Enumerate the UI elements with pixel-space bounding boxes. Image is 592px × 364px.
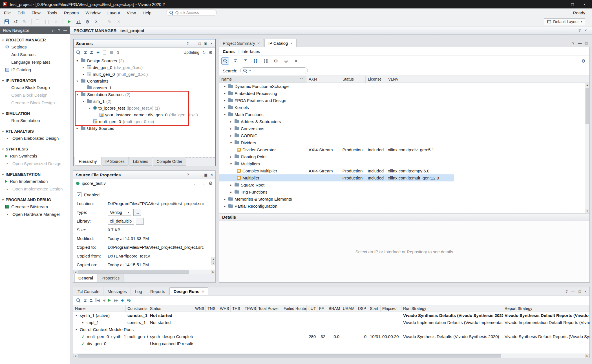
flow-item-open-block-design[interactable]: Open Block Design	[0, 91, 70, 99]
flow-item-run-implementation[interactable]: Run Implementation	[0, 177, 70, 185]
vertical-scrollbar[interactable]: ▲ ▼	[585, 83, 589, 213]
tab-compile-order[interactable]: Compile Order	[153, 157, 186, 166]
catalog-row[interactable]: ▸Trig Functions	[219, 188, 589, 196]
report-button[interactable]	[74, 18, 82, 25]
refresh-icon[interactable]: ↻	[202, 50, 206, 55]
scroll-up-icon[interactable]: ▲	[585, 83, 590, 87]
column-header-name[interactable]: Name	[73, 305, 126, 312]
search-icon[interactable]	[76, 298, 81, 303]
catalog-row[interactable]: ▸Embedded Processing	[219, 90, 589, 97]
column-header-bram[interactable]: BRAM	[327, 305, 341, 312]
run-group-out-of-context[interactable]: ▾Out-of-Context Module Runs	[73, 326, 589, 333]
quick-access-search[interactable]: Quick Access	[166, 10, 217, 16]
scroll-right-icon[interactable]: ▶	[211, 270, 215, 274]
section-header-ip-integrator[interactable]: ▾IP INTEGRATOR	[0, 77, 70, 84]
layout-selector[interactable]: Default Layout ▾	[544, 18, 585, 25]
expander-icon[interactable]: ▸	[223, 197, 227, 201]
close-tab-icon[interactable]: ×	[202, 289, 204, 294]
catalog-row-multiplier[interactable]: MultiplierProductionIncludedxilinx.com:i…	[219, 174, 589, 181]
expander-icon[interactable]: ▸	[229, 127, 233, 130]
copy-button[interactable]	[34, 18, 42, 25]
expander-icon[interactable]: ▾	[223, 113, 227, 116]
sources-panel-header[interactable]: Sources ? — □ ▣ ×	[74, 39, 215, 48]
menu-flow[interactable]: Flow	[32, 10, 41, 15]
chevron-right-icon[interactable]: ▸	[7, 137, 10, 140]
catalog-row[interactable]: ▸Floating Point	[219, 153, 589, 160]
gear-icon[interactable]: ⚙	[209, 50, 213, 55]
section-header-synthesis[interactable]: ▾SYNTHESIS	[0, 146, 70, 152]
close-tab-icon[interactable]: ×	[290, 41, 293, 45]
scroll-down-icon[interactable]: ▼	[211, 261, 215, 265]
horizontal-scrollbar[interactable]: ◀ ▶	[73, 270, 215, 274]
expand-all-icon[interactable]	[90, 51, 93, 54]
flow-item-open-synthesized-design[interactable]: ▸Open Synthesized Design	[0, 160, 70, 167]
column-header-status[interactable]: Status	[148, 305, 193, 312]
flow-item-open-implemented-design[interactable]: ▸Open Implemented Design	[0, 185, 70, 193]
menu-window[interactable]: Window	[85, 10, 100, 15]
expander-icon[interactable]: ▸	[229, 190, 233, 194]
expander-icon[interactable]: ▸	[223, 85, 227, 88]
minimize-icon[interactable]: —	[192, 173, 196, 177]
tree-row-simulation-sources[interactable]: ▾Simulation Sources(2)	[74, 91, 215, 98]
close-button[interactable]: ×	[583, 2, 586, 7]
paste-button[interactable]	[43, 18, 51, 25]
step-back-icon[interactable]: ◀	[103, 298, 105, 302]
column-header-start[interactable]: Start	[368, 305, 381, 312]
flow-item-settings[interactable]: ⚙Settings	[0, 43, 70, 51]
flow-item-open-elaborated-design[interactable]: ▸Open Elaborated Design	[0, 134, 70, 142]
launch-runs-icon[interactable]	[108, 299, 111, 302]
column-header-report-strategy[interactable]: Report Strategy	[503, 305, 589, 312]
float-icon[interactable]: □	[579, 289, 581, 294]
catalog-row[interactable]: ▸Dynamic Function eXchange	[219, 83, 589, 90]
help-icon[interactable]: ?	[572, 41, 574, 45]
expander-icon[interactable]: ▸	[81, 73, 85, 76]
type-browse-button[interactable]: …	[133, 209, 141, 216]
tab-messages[interactable]: Messages	[104, 287, 131, 295]
catalog-row[interactable]: ▸Square Root	[219, 181, 589, 188]
menu-tools[interactable]: Tools	[47, 10, 57, 15]
catalog-row-divider-generator[interactable]: Divider GeneratorAXI4-StreamProductionIn…	[219, 146, 589, 153]
expander-icon[interactable]: ▾	[75, 93, 79, 96]
gear-icon[interactable]: ⚙	[209, 181, 213, 186]
subtab-interfaces[interactable]: Interfaces	[241, 49, 260, 54]
tab-libraries[interactable]: Libraries	[129, 157, 152, 166]
maximize-icon[interactable]: ▣	[204, 173, 207, 177]
column-header-tns[interactable]: TNS	[206, 305, 218, 312]
expander-icon[interactable]: ▸	[223, 92, 227, 95]
close-icon[interactable]: ×	[585, 28, 587, 33]
column-header-lut[interactable]: LUT	[307, 305, 317, 312]
column-header-tpws[interactable]: TPWS	[243, 305, 257, 312]
column-header-constraints[interactable]: Constraints	[126, 305, 148, 312]
minimize-button[interactable]: —	[557, 2, 562, 7]
horizontal-scrollbar[interactable]: ◀ ▶	[73, 354, 589, 358]
expand-all-button[interactable]	[242, 57, 249, 65]
column-header-run-strategy[interactable]: Run Strategy	[401, 305, 503, 312]
run-row-synth-1[interactable]: ▾synth_1 (active) constrs_1 Not started …	[73, 312, 589, 319]
flow-item-create-block-design[interactable]: Create Block Design	[0, 84, 70, 91]
type-combobox[interactable]: Verilog▾	[108, 209, 131, 216]
column-header-status[interactable]: Status	[340, 76, 366, 83]
tree-row-tb-ipcore-test[interactable]: ▾tb_ipcore_test(ipcore_test.v) (1)	[74, 105, 215, 111]
tree-row-mult-gen-0[interactable]: ▸mult_gen_0(mult_gen_0.xci)	[74, 71, 215, 77]
details-view-button[interactable]: ■	[292, 57, 300, 65]
tab-properties[interactable]: Properties	[98, 274, 123, 282]
collapse-all-button[interactable]	[231, 57, 239, 65]
expander-icon[interactable]: ▾	[81, 100, 85, 103]
expander-icon[interactable]: ▾	[88, 106, 92, 110]
expander-icon[interactable]: ▸	[223, 205, 227, 208]
column-header-uram[interactable]: URAM	[341, 305, 356, 312]
column-header-axi4[interactable]: AXI4	[306, 76, 340, 83]
scrollbar-thumb[interactable]	[586, 88, 589, 124]
flow-item-ip-catalog[interactable]: IP Catalog	[0, 66, 70, 74]
help-icon[interactable]: ?	[578, 28, 581, 33]
catalog-row-complex-multiplier[interactable]: Complex MultiplierAXI4-StreamProductionI…	[219, 167, 589, 174]
column-header-dsp[interactable]: DSP	[356, 305, 368, 312]
section-header-program-and-debug[interactable]: ▾PROGRAM AND DEBUG	[0, 197, 70, 203]
flow-item-generate-bitstream[interactable]: Generate Bitstream	[0, 203, 70, 210]
float-icon[interactable]: □	[198, 41, 201, 46]
expander-icon[interactable]: ▾	[74, 314, 78, 317]
flow-item-run-synthesis[interactable]: Run Synthesis	[0, 152, 70, 160]
collapse-all-icon[interactable]	[84, 299, 87, 302]
flow-item-open-hardware-manager[interactable]: ▸Open Hardware Manager	[0, 210, 70, 218]
percent-toggle-icon[interactable]: %	[127, 298, 131, 303]
